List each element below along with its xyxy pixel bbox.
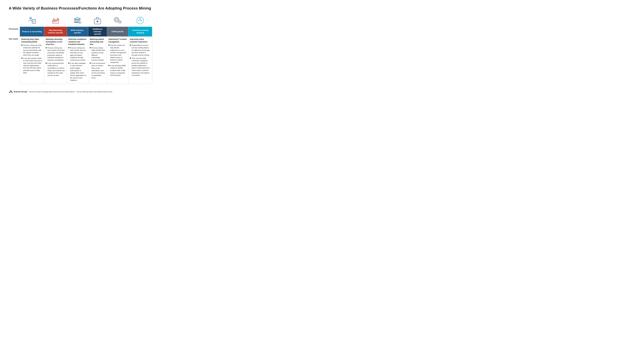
bullet-dot bbox=[21, 58, 22, 59]
bfsi-use-case-title: Detecting compliance violations and frau… bbox=[68, 38, 87, 46]
svg-point-3 bbox=[32, 21, 33, 22]
cjm-bullets: Organizations can pre-process weblog dat… bbox=[130, 44, 150, 76]
cjm-icon bbox=[136, 16, 144, 25]
icon-label-spacer bbox=[9, 16, 20, 27]
list-item: Process mining helps identify best pract… bbox=[90, 47, 106, 61]
bfsi-content: Detecting compliance violations and frau… bbox=[67, 36, 88, 84]
svg-rect-43 bbox=[120, 21, 120, 21]
cjm-content: Improving online customer experience Org… bbox=[128, 36, 152, 84]
itsm-icon-cell bbox=[107, 16, 128, 27]
svg-text:$: $ bbox=[79, 21, 80, 23]
list-item: Process mining can help monitor process … bbox=[68, 47, 87, 61]
bfsi-header: BFSI industry-specific bbox=[67, 27, 88, 36]
bfsi-icon-cell: $ bbox=[67, 16, 88, 27]
finance-icon: $ bbox=[28, 16, 36, 25]
svg-rect-15 bbox=[56, 21, 57, 22]
list-item: Process mining can help enterprises iden… bbox=[21, 44, 42, 56]
svg-point-52 bbox=[142, 20, 142, 21]
list-item: Process mining can help analyze shop flo… bbox=[46, 47, 65, 61]
bfsi-bullets: Process mining can help monitor process … bbox=[68, 47, 87, 82]
cjm-icon-cell bbox=[128, 16, 152, 27]
svg-rect-45 bbox=[120, 22, 120, 22]
list-item: It can also monitor Order to Cash (O2C) … bbox=[21, 57, 42, 74]
footer-text: Everest Group® Enabling Data-based Proce… bbox=[29, 91, 112, 93]
bullet-dot bbox=[130, 45, 131, 46]
itsm-content: Optimizing IT incident management Proces… bbox=[107, 36, 128, 84]
itsm-header: ITSM-specific bbox=[107, 27, 128, 36]
healthcare-use-case-title: Reducing patient onboarding wait time bbox=[90, 38, 106, 46]
list-item: It can recommend tasks or actions that c… bbox=[90, 62, 106, 79]
healthcare-icon-cell bbox=[88, 16, 107, 27]
use-cases-row: Use cases Reducing Days Sales Outstandin… bbox=[9, 36, 152, 84]
manufacturing-bullets: Process mining can help analyze shop flo… bbox=[46, 47, 65, 77]
svg-rect-12 bbox=[54, 19, 56, 20]
svg-point-7 bbox=[33, 22, 34, 22]
icon-row: $ bbox=[9, 16, 152, 27]
manufacturing-content: Optimally allocating workstations on the… bbox=[44, 36, 67, 84]
svg-rect-24 bbox=[74, 20, 75, 22]
itsm-use-case-title: Optimizing IT incident management bbox=[108, 38, 127, 43]
svg-point-8 bbox=[34, 22, 35, 22]
healthcare-bullets: Process mining helps identify best pract… bbox=[90, 47, 106, 79]
svg-rect-2 bbox=[32, 20, 35, 21]
everest-group-name: Everest Group® bbox=[14, 90, 28, 93]
finance-icon-cell: $ bbox=[20, 16, 44, 27]
main-table: $ bbox=[9, 16, 152, 84]
footer: Everest Group® Everest Group® Enabling D… bbox=[9, 90, 152, 94]
svg-rect-42 bbox=[119, 21, 119, 21]
manufacturing-icon bbox=[51, 16, 60, 25]
everest-logo-icon bbox=[9, 90, 13, 94]
finance-content: Reducing Days Sales Outstanding (DSO) Pr… bbox=[20, 36, 44, 84]
svg-marker-22 bbox=[74, 17, 81, 19]
svg-rect-47 bbox=[120, 22, 121, 23]
svg-point-5 bbox=[34, 21, 35, 22]
finance-bullets: Process mining can help enterprises iden… bbox=[21, 44, 42, 74]
bullet-dot bbox=[21, 45, 22, 46]
everest-group-logo: Everest Group® bbox=[9, 90, 28, 94]
svg-rect-25 bbox=[76, 20, 77, 22]
bullet-dot bbox=[68, 63, 70, 64]
cjm-header: Customer journey mapping bbox=[128, 27, 152, 36]
svg-rect-44 bbox=[119, 22, 119, 22]
svg-rect-46 bbox=[120, 22, 121, 22]
manufacturing-header: Manufacturing industry-specific bbox=[44, 27, 67, 36]
list-item: They can also track customers' navigatio… bbox=[130, 57, 150, 76]
healthcare-content: Reducing patient onboarding wait time Pr… bbox=[88, 36, 107, 84]
svg-point-17 bbox=[57, 19, 58, 20]
finance-use-case-title: Reducing Days Sales Outstanding (DSO) bbox=[21, 38, 42, 43]
list-item: Process mining can help identify bottlen… bbox=[108, 44, 127, 64]
bullet-dot bbox=[108, 45, 110, 46]
finance-header: Finance & accounting bbox=[20, 27, 44, 36]
use-cases-label: Use cases bbox=[9, 36, 20, 84]
bfsi-icon: $ bbox=[73, 16, 82, 25]
processes-label: Processes bbox=[9, 27, 20, 36]
itsm-bullets: Process mining can help identify bottlen… bbox=[108, 44, 127, 76]
svg-rect-14 bbox=[54, 21, 55, 22]
svg-text:$: $ bbox=[30, 18, 31, 19]
svg-point-49 bbox=[140, 18, 141, 20]
svg-point-50 bbox=[138, 20, 139, 21]
manufacturing-icon-cell bbox=[44, 16, 67, 27]
svg-point-6 bbox=[32, 22, 33, 22]
healthcare-icon bbox=[93, 16, 102, 25]
bullet-dot bbox=[46, 47, 47, 48]
list-item: It can recommend the reallocation of wor… bbox=[46, 62, 65, 77]
svg-point-16 bbox=[57, 18, 59, 20]
bullet-dot bbox=[68, 47, 70, 48]
page-title: A Wide Variety of Business Processes/Fun… bbox=[9, 6, 152, 11]
cjm-use-case-title: Improving online customer experience bbox=[130, 38, 150, 43]
manufacturing-use-case-title: Optimally allocating workstations on the… bbox=[46, 38, 65, 46]
bullet-dot bbox=[46, 63, 47, 64]
bullet-dot bbox=[108, 65, 110, 66]
svg-rect-26 bbox=[78, 20, 78, 22]
bullet-dot bbox=[90, 63, 91, 64]
svg-point-51 bbox=[140, 20, 140, 21]
bullet-dot bbox=[90, 47, 91, 48]
header-row: Processes Finance & accounting Manufactu… bbox=[9, 27, 152, 36]
svg-point-4 bbox=[33, 21, 34, 22]
list-item: It can leverage AI/ML models to predict … bbox=[108, 64, 127, 76]
svg-rect-11 bbox=[53, 19, 54, 20]
svg-rect-13 bbox=[53, 21, 54, 22]
list-item: It can alert managers in near real-time … bbox=[68, 62, 87, 82]
list-item: Organizations can pre-process weblog dat… bbox=[130, 44, 150, 56]
